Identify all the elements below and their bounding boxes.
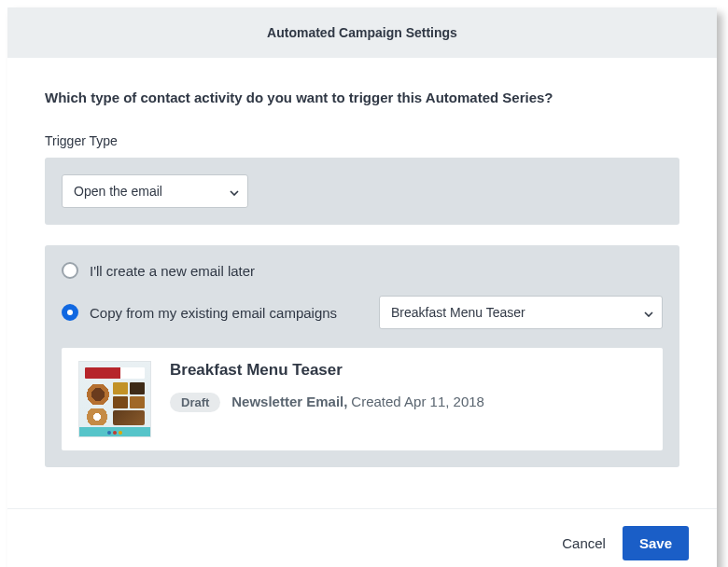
campaign-type: Newsletter Email, [231,394,347,409]
radio-copy-existing-row[interactable]: Copy from my existing email campaigns Br… [62,296,663,329]
radio-copy-existing[interactable] [62,304,78,321]
dialog: Automated Campaign Settings Which type o… [7,7,717,567]
chevron-down-icon [230,184,239,199]
chevron-down-icon [644,305,653,320]
campaign-select[interactable]: Breakfast Menu Teaser [379,296,663,329]
dialog-body: Which type of contact activity do you wa… [7,58,717,508]
trigger-type-value: Open the email [74,184,162,199]
campaign-thumbnail [78,361,151,437]
campaign-select-value: Breakfast Menu Teaser [391,305,525,320]
radio-create-later-row[interactable]: I'll create a new email later [62,262,663,279]
radio-create-later[interactable] [62,262,78,279]
dialog-footer: Cancel Save [7,508,717,567]
campaign-title: Breakfast Menu Teaser [170,361,484,380]
titlebar: Automated Campaign Settings [7,7,717,58]
campaign-meta: Breakfast Menu Teaser Draft Newsletter E… [170,361,484,437]
trigger-type-select[interactable]: Open the email [62,174,248,208]
trigger-panel: Open the email [45,158,679,225]
campaign-preview-card: Breakfast Menu Teaser Draft Newsletter E… [62,348,663,450]
trigger-type-label: Trigger Type [45,133,679,148]
save-button[interactable]: Save [623,526,689,560]
status-badge: Draft [170,393,220,412]
dialog-title: Automated Campaign Settings [267,25,457,40]
campaign-created: Created Apr 11, 2018 [351,394,484,409]
question-text: Which type of contact activity do you wa… [45,90,679,105]
radio-copy-existing-label: Copy from my existing email campaigns [90,305,337,321]
campaign-details: Draft Newsletter Email, Created Apr 11, … [170,393,484,412]
email-source-panel: I'll create a new email later Copy from … [45,245,679,467]
cancel-button[interactable]: Cancel [562,535,606,551]
radio-create-later-label: I'll create a new email later [90,263,255,279]
